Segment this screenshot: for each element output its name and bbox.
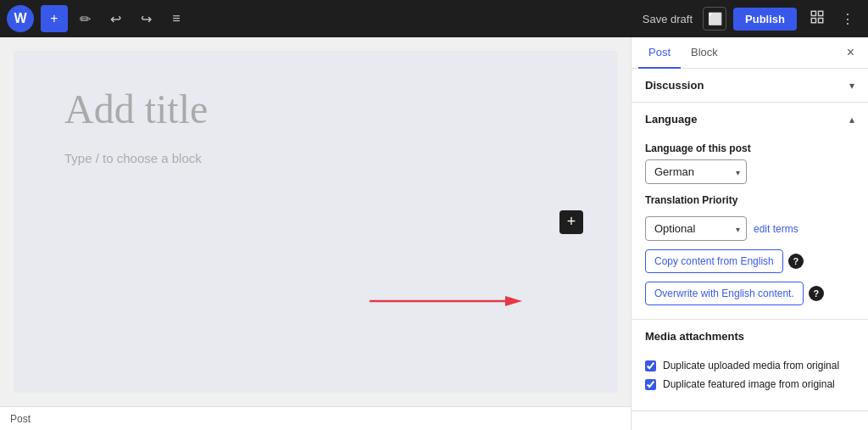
language-select-wrapper: German English French ▾ bbox=[645, 159, 747, 184]
media-attachments-content: Duplicate uploaded media from original D… bbox=[632, 353, 868, 410]
duplicate-media-row: Duplicate uploaded media from original bbox=[645, 360, 854, 371]
discussion-section-title: Discussion bbox=[645, 79, 704, 92]
translation-priority-select-wrapper: Optional Required None ▾ bbox=[645, 216, 747, 241]
copy-content-row: Copy content from English ? bbox=[645, 249, 854, 273]
edit-terms-link[interactable]: edit terms bbox=[754, 223, 798, 235]
preview-icon: ⬜ bbox=[708, 12, 722, 25]
duplicate-media-label: Duplicate uploaded media from original bbox=[663, 360, 839, 371]
language-field-label: Language of this post bbox=[645, 142, 854, 154]
language-section-header[interactable]: Language ▴ bbox=[632, 103, 868, 136]
svg-rect-1 bbox=[819, 11, 823, 15]
publish-button[interactable]: Publish bbox=[733, 8, 797, 31]
translation-priority-label: Translation Priority bbox=[645, 194, 854, 206]
language-section-content: Language of this post German English Fre… bbox=[632, 136, 868, 319]
svg-rect-0 bbox=[811, 11, 815, 15]
list-view-button[interactable]: ≡ bbox=[163, 5, 190, 32]
settings-icon bbox=[810, 9, 825, 28]
media-attachments-header: Media attachments bbox=[632, 320, 868, 353]
add-block-floating-icon: + bbox=[567, 213, 576, 231]
list-view-icon: ≡ bbox=[172, 11, 180, 26]
pencil-icon: ✏ bbox=[80, 11, 91, 27]
sidebar-close-button[interactable]: × bbox=[840, 38, 861, 67]
media-attachments-section: Media attachments Duplicate uploaded med… bbox=[632, 320, 868, 411]
toolbar: W + ✏ ↩ ↪ ≡ Save draft ⬜ Publish ⋮ bbox=[0, 0, 868, 37]
sidebar-tabs: Post Block × bbox=[632, 37, 868, 69]
tools-button[interactable]: ✏ bbox=[71, 5, 98, 32]
translation-priority-select[interactable]: Optional Required None bbox=[645, 216, 747, 241]
overwrite-content-row: Overwrite with English content. ? bbox=[645, 282, 854, 305]
duplicate-featured-checkbox[interactable] bbox=[645, 379, 656, 390]
duplicate-media-checkbox[interactable] bbox=[645, 360, 656, 371]
settings-button[interactable] bbox=[804, 5, 831, 32]
discussion-section-header[interactable]: Discussion ▾ bbox=[632, 69, 868, 102]
translation-priority-row: Translation Priority Optional Required N… bbox=[645, 194, 854, 241]
discussion-chevron-down-icon: ▾ bbox=[849, 80, 854, 92]
main-layout: Add title Type / to choose a block + Pos… bbox=[0, 37, 868, 430]
discussion-section: Discussion ▾ bbox=[632, 69, 868, 103]
duplicate-featured-row: Duplicate featured image from original bbox=[645, 378, 854, 390]
overwrite-content-button[interactable]: Overwrite with English content. bbox=[645, 282, 804, 305]
svg-rect-2 bbox=[811, 19, 815, 23]
red-arrow bbox=[370, 293, 522, 310]
copy-content-button[interactable]: Copy content from English bbox=[645, 249, 783, 273]
tab-post[interactable]: Post bbox=[638, 37, 681, 69]
redo-icon: ↪ bbox=[141, 11, 152, 27]
save-draft-button[interactable]: Save draft bbox=[636, 8, 699, 31]
status-bar: Post bbox=[0, 406, 631, 430]
svg-rect-3 bbox=[819, 19, 823, 23]
save-draft-label: Save draft bbox=[643, 13, 693, 25]
publish-label: Publish bbox=[745, 13, 785, 25]
sidebar: Post Block × Discussion ▾ Language ▴ bbox=[631, 37, 868, 430]
duplicate-featured-label: Duplicate featured image from original bbox=[663, 378, 835, 390]
options-button[interactable]: ⋮ bbox=[834, 5, 861, 32]
language-section-title: Language bbox=[645, 113, 697, 126]
editor-canvas: Add title Type / to choose a block + bbox=[14, 51, 617, 393]
language-chevron-up-icon: ▴ bbox=[849, 114, 854, 126]
tab-post-label: Post bbox=[648, 46, 670, 59]
undo-button[interactable]: ↩ bbox=[102, 5, 129, 32]
language-section: Language ▴ Language of this post German … bbox=[632, 103, 868, 320]
editor-area: Add title Type / to choose a block + Pos… bbox=[0, 37, 631, 430]
redo-button[interactable]: ↪ bbox=[132, 5, 159, 32]
tab-block[interactable]: Block bbox=[681, 37, 728, 69]
options-icon: ⋮ bbox=[841, 11, 854, 27]
status-label: Post bbox=[10, 413, 31, 425]
add-block-floating-button[interactable]: + bbox=[559, 210, 583, 234]
add-title-placeholder[interactable]: Add title bbox=[64, 85, 566, 134]
overwrite-help-icon[interactable]: ? bbox=[809, 286, 824, 301]
add-block-button[interactable]: + bbox=[41, 5, 68, 32]
close-icon: × bbox=[847, 45, 854, 59]
type-block-hint: Type / to choose a block bbox=[64, 151, 566, 165]
media-attachments-title: Media attachments bbox=[645, 330, 744, 343]
preview-button[interactable]: ⬜ bbox=[703, 7, 726, 31]
copy-content-help-icon[interactable]: ? bbox=[788, 254, 804, 269]
svg-marker-5 bbox=[505, 296, 522, 306]
tab-block-label: Block bbox=[691, 46, 718, 59]
wp-logo[interactable]: W bbox=[7, 5, 34, 32]
undo-icon: ↩ bbox=[110, 11, 121, 27]
language-select[interactable]: German English French bbox=[645, 159, 747, 184]
add-block-icon: + bbox=[50, 11, 58, 26]
wp-logo-text: W bbox=[14, 11, 26, 26]
